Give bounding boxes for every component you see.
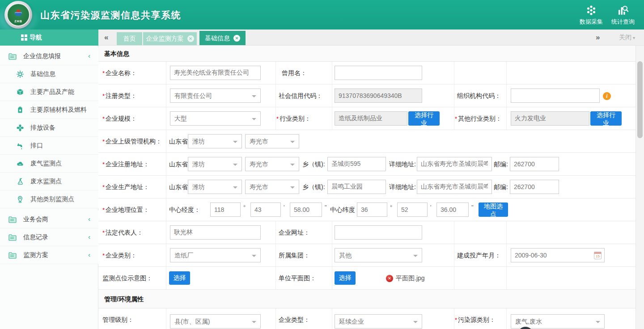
lng-min-input[interactable]	[250, 202, 281, 217]
company-category-select[interactable]: 造纸厂	[170, 248, 261, 262]
scrollbar-thumb[interactable]	[637, 61, 643, 138]
website-input[interactable]	[335, 225, 422, 240]
app-title: 山东省污染源监测信息共享系统	[40, 9, 181, 21]
select-other-industry-button[interactable]: 选择行业	[590, 111, 622, 126]
tab-basic-label: 基础信息	[205, 34, 230, 42]
lat-min-input[interactable]	[397, 202, 428, 217]
parent-org-label: *企业上级管理机构：	[102, 130, 162, 153]
prod-city-select[interactable]: 潍坊	[188, 180, 242, 194]
select-plan-button[interactable]: 选择	[335, 271, 356, 285]
province-text: 山东省	[169, 130, 188, 153]
data-collect-button[interactable]: 数据采集	[577, 4, 606, 26]
chevron-left-icon: ‹	[88, 251, 90, 258]
select-sketch-button[interactable]: 选择	[169, 271, 190, 285]
calendar-icon[interactable]: 15	[594, 252, 602, 259]
map-pick-button[interactable]: 地图选点	[479, 202, 508, 217]
nav-toggle[interactable]: 导航	[0, 30, 98, 46]
zip-label: 邮编:	[494, 153, 508, 176]
sidebar-item-enterprise-info-fill[interactable]: 企业信息填报 ‹	[0, 47, 98, 65]
minute-symbol: '	[430, 204, 431, 211]
mgmt-level-select[interactable]: 县(市、区属)	[170, 314, 261, 329]
reg-city-select[interactable]: 潍坊	[188, 157, 242, 171]
prod-town-input[interactable]	[327, 180, 386, 194]
former-name-label: 曾用名：	[282, 62, 307, 84]
logo-text: ZHB	[8, 20, 29, 23]
company-scale-select[interactable]: 大型	[170, 111, 261, 126]
production-date-input[interactable]	[511, 248, 605, 262]
enterprise-type-select[interactable]: 延续企业	[335, 314, 422, 329]
sidebar-item-basic-info[interactable]: 基础信息	[0, 65, 98, 83]
close-icon[interactable]: ✕	[233, 35, 240, 42]
other-industry-input[interactable]	[511, 111, 589, 126]
select-industry-button[interactable]: 选择行业	[408, 111, 440, 126]
register-type-select[interactable]: 有限责任公司	[170, 89, 261, 103]
section-basic-info: 基本信息	[98, 46, 636, 62]
detail-address-label: 详细地址:	[389, 153, 416, 176]
lat-deg-input[interactable]	[357, 202, 387, 217]
divider	[506, 107, 507, 130]
longitude-label: 中心经度：	[169, 198, 200, 221]
industry-input[interactable]	[335, 111, 407, 126]
info-icon[interactable]: i	[603, 92, 611, 100]
former-name-input[interactable]	[335, 66, 422, 80]
sidebar-item-waste-water-points[interactable]: 废水监测点	[0, 173, 98, 190]
divider	[332, 267, 332, 289]
divider	[454, 107, 454, 130]
caret-down-icon	[596, 321, 600, 325]
sidebar-item-business-consult[interactable]: 业务会商 ‹	[0, 211, 98, 228]
second-symbol: "	[471, 204, 474, 211]
reg-town-input[interactable]	[327, 157, 386, 171]
form-row-attachments: 监测点位示意图： 选择 单位平面图： 选择 ✕ 平面图.jpg	[98, 267, 636, 290]
sidebar-item-emission-equipment[interactable]: 排放设备	[0, 119, 98, 137]
caret-down-icon	[233, 186, 237, 191]
cloud-icon	[17, 160, 24, 167]
reg-zip-input[interactable]	[510, 157, 559, 171]
lng-sec-input[interactable]	[290, 202, 322, 217]
divider	[166, 130, 166, 152]
sidebar-item-raw-materials-fuel[interactable]: 主要原辅材料及燃料	[0, 101, 98, 119]
tab-home[interactable]: 首页	[117, 32, 142, 45]
legal-person-input[interactable]	[170, 225, 261, 240]
section-title: 管理/环境属性	[104, 290, 144, 308]
sidebar-item-waste-gas-points[interactable]: 废气监测点	[0, 155, 98, 173]
delete-file-icon[interactable]: ✕	[386, 275, 393, 282]
lng-deg-input[interactable]	[210, 202, 241, 217]
prod-zip-input[interactable]	[510, 180, 559, 194]
caret-down-icon	[252, 255, 256, 259]
divider	[332, 308, 332, 329]
data-collect-icon	[585, 4, 597, 16]
form-panel: 基本信息 *企业名称： 曾用名： *注册类型： 有限责任公司 社会信用代码： 组…	[98, 46, 636, 329]
vertical-scrollbar[interactable]	[636, 46, 644, 329]
org-code-input[interactable]	[511, 89, 600, 103]
tab-enterprise-monitor-plan[interactable]: 企业监测方案✕	[143, 32, 197, 45]
credit-code-input[interactable]	[335, 89, 422, 103]
stats-query-icon	[617, 4, 629, 16]
parent-org-county-select[interactable]: 寿光市	[245, 134, 299, 148]
double-arrow-right-icon[interactable]: »	[596, 33, 600, 42]
sidebar-item-other-monitor-points[interactable]: 其他类别监测点	[0, 190, 98, 208]
sidebar-item-main-products[interactable]: 主要产品及产能	[0, 83, 98, 101]
company-scale-label: *企业规模：	[102, 107, 137, 130]
close-tabs-menu[interactable]: 关闭▾	[619, 34, 635, 42]
caret-down-icon	[252, 118, 256, 122]
tab-basic-info[interactable]: 基础信息✕	[199, 31, 246, 45]
group-select[interactable]: 其他	[335, 248, 422, 262]
folder-icon	[8, 53, 17, 60]
caret-down-icon	[413, 321, 418, 325]
sidebar-item-outlets[interactable]: 排口	[0, 137, 98, 155]
close-icon[interactable]: ✕	[187, 35, 194, 42]
reg-county-select[interactable]: 寿光市	[245, 157, 299, 171]
sidebar-item-info-records[interactable]: 信息记录 ‹	[0, 228, 98, 246]
prod-detail-input[interactable]	[417, 180, 492, 194]
town-label: 乡（镇):	[302, 153, 325, 176]
prod-county-select[interactable]: 寿光市	[245, 180, 299, 194]
sidebar-item-monitor-plan[interactable]: 监测方案 ‹	[0, 246, 98, 264]
lat-sec-input[interactable]	[436, 202, 469, 217]
reg-detail-input[interactable]	[417, 157, 492, 171]
parent-org-city-select[interactable]: 潍坊	[188, 134, 242, 148]
double-arrow-left-icon[interactable]: «	[104, 33, 108, 42]
caret-down-icon	[290, 164, 295, 168]
stats-query-button[interactable]: 统计查询	[609, 4, 637, 26]
company-name-input[interactable]	[170, 66, 261, 80]
divider	[275, 244, 276, 266]
